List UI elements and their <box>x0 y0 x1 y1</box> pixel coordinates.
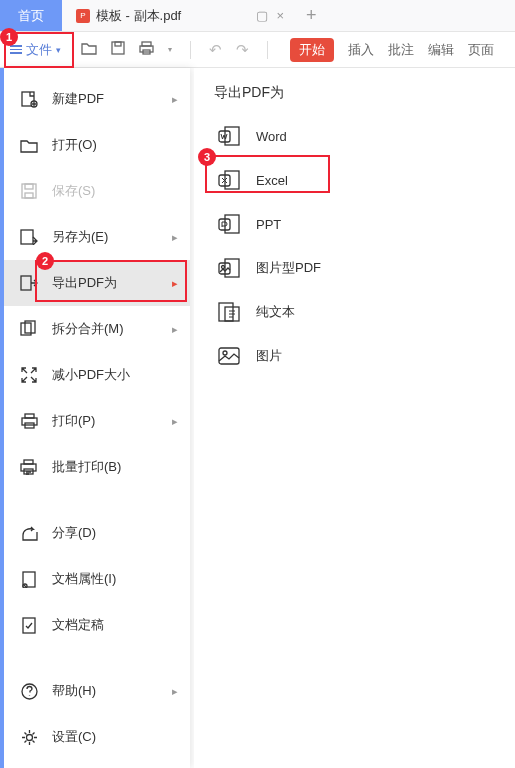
menu-label: 设置(C) <box>52 728 96 746</box>
tab-file-name: 模板 - 副本.pdf <box>96 7 181 25</box>
sub-label: 纯文本 <box>256 303 295 321</box>
toolbar-icons: ▾ ↶ ↷ <box>71 41 282 59</box>
menu-label: 减小PDF大小 <box>52 366 130 384</box>
menu-save: 保存(S) <box>4 168 190 214</box>
menu-tabs: 开始 插入 批注 编辑 页面 <box>290 38 494 62</box>
image-pdf-icon <box>218 257 240 279</box>
svg-point-34 <box>222 266 225 269</box>
tab-insert[interactable]: 插入 <box>348 41 374 59</box>
menu-label: 打印(P) <box>52 412 95 430</box>
tab-edit[interactable]: 编辑 <box>428 41 454 59</box>
redo-icon[interactable]: ↷ <box>236 41 249 59</box>
svg-rect-10 <box>21 230 33 244</box>
tab-annotate[interactable]: 批注 <box>388 41 414 59</box>
chevron-right-icon: ▸ <box>172 685 178 698</box>
menu-print[interactable]: 打印(P) ▸ <box>4 398 190 444</box>
text-icon <box>218 301 240 323</box>
svg-point-24 <box>26 734 32 740</box>
word-icon <box>218 125 240 147</box>
svg-rect-8 <box>25 184 33 189</box>
tab-close-icon[interactable]: × <box>276 8 284 23</box>
image-icon <box>218 345 240 367</box>
dropdown-caret-icon: ▾ <box>56 45 61 55</box>
menu-share[interactable]: 分享(D) <box>4 510 190 556</box>
share-icon <box>20 524 38 542</box>
ppt-icon <box>218 213 240 235</box>
undo-icon[interactable]: ↶ <box>209 41 222 59</box>
hamburger-icon <box>10 45 22 54</box>
excel-icon <box>218 169 240 191</box>
menu-batch-print[interactable]: 批量打印(B) <box>4 444 190 490</box>
sub-label: PPT <box>256 217 281 232</box>
tab-home[interactable]: 首页 <box>0 0 62 31</box>
save-disk-icon <box>20 182 38 200</box>
menu-split-merge[interactable]: 拆分合并(M) ▸ <box>4 306 190 352</box>
svg-rect-11 <box>21 276 31 290</box>
open-folder-icon[interactable] <box>81 41 97 58</box>
export-image[interactable]: 图片 <box>194 334 515 378</box>
properties-icon <box>20 570 38 588</box>
print-icon[interactable] <box>139 41 154 58</box>
menu-label: 新建PDF <box>52 90 104 108</box>
svg-rect-9 <box>25 193 33 198</box>
print-caret-icon[interactable]: ▾ <box>168 45 172 54</box>
chevron-right-icon: ▸ <box>172 323 178 336</box>
submenu-title: 导出PDF为 <box>194 68 515 114</box>
svg-rect-15 <box>22 418 37 425</box>
menu-label: 保存(S) <box>52 182 95 200</box>
svg-rect-18 <box>21 464 36 471</box>
gear-icon <box>20 728 38 746</box>
export-word[interactable]: Word <box>194 114 515 158</box>
menu-settings[interactable]: 设置(C) <box>4 714 190 760</box>
export-excel[interactable]: Excel <box>194 158 515 202</box>
tab-document[interactable]: P 模板 - 副本.pdf ▢ × <box>62 0 292 31</box>
menu-finalize[interactable]: 文档定稿 <box>4 602 190 648</box>
folder-icon <box>20 136 38 154</box>
tab-start[interactable]: 开始 <box>290 38 334 62</box>
menu-save-as[interactable]: 另存为(E) ▸ <box>4 214 190 260</box>
toolbar: 文件 ▾ ▾ ↶ ↷ 开始 插入 批注 编辑 页面 <box>0 32 515 68</box>
menu-export-pdf[interactable]: 导出PDF为 ▸ <box>4 260 190 306</box>
save-icon[interactable] <box>111 41 125 58</box>
sub-label: Excel <box>256 173 288 188</box>
svg-rect-7 <box>22 184 36 198</box>
svg-rect-1 <box>115 42 121 46</box>
menu-label: 分享(D) <box>52 524 96 542</box>
svg-rect-3 <box>140 46 153 52</box>
menu-label: 批量打印(B) <box>52 458 121 476</box>
menu-help[interactable]: 帮助(H) ▸ <box>4 668 190 714</box>
menu-compress[interactable]: 减小PDF大小 <box>4 352 190 398</box>
split-icon <box>20 320 38 338</box>
export-ppt[interactable]: PPT <box>194 202 515 246</box>
menu-new-pdf[interactable]: 新建PDF ▸ <box>4 76 190 122</box>
batch-print-icon <box>20 458 38 476</box>
chevron-right-icon: ▸ <box>172 415 178 428</box>
sub-label: 图片型PDF <box>256 259 321 277</box>
export-submenu: 导出PDF为 Word Excel PPT 图片型PDF 纯文本 图片 <box>194 68 515 768</box>
svg-point-38 <box>223 351 227 355</box>
menu-properties[interactable]: 文档属性(I) <box>4 556 190 602</box>
export-image-pdf[interactable]: 图片型PDF <box>194 246 515 290</box>
tab-bar: 首页 P 模板 - 副本.pdf ▢ × + <box>0 0 515 32</box>
menu-label: 拆分合并(M) <box>52 320 124 338</box>
menu-label: 导出PDF为 <box>52 274 117 292</box>
export-text[interactable]: 纯文本 <box>194 290 515 334</box>
tab-restore-icon[interactable]: ▢ <box>256 8 268 23</box>
new-pdf-icon <box>20 90 38 108</box>
sub-label: Word <box>256 129 287 144</box>
file-menu-button[interactable]: 文件 ▾ <box>0 32 71 67</box>
help-icon <box>20 682 38 700</box>
menu-label: 打开(O) <box>52 136 97 154</box>
sub-label: 图片 <box>256 347 282 365</box>
pdf-icon: P <box>76 9 90 23</box>
menu-exit[interactable]: 退出(Q) <box>4 760 190 768</box>
file-dropdown: 新建PDF ▸ 打开(O) 保存(S) 另存为(E) ▸ 导出PDF为 ▸ 拆分… <box>0 68 190 768</box>
new-tab-button[interactable]: + <box>292 0 331 31</box>
menu-open[interactable]: 打开(O) <box>4 122 190 168</box>
printer-icon <box>20 412 38 430</box>
file-button-label: 文件 <box>26 41 52 59</box>
tab-page[interactable]: 页面 <box>468 41 494 59</box>
menu-label: 另存为(E) <box>52 228 108 246</box>
menu-label: 文档属性(I) <box>52 570 116 588</box>
svg-rect-35 <box>219 303 233 321</box>
